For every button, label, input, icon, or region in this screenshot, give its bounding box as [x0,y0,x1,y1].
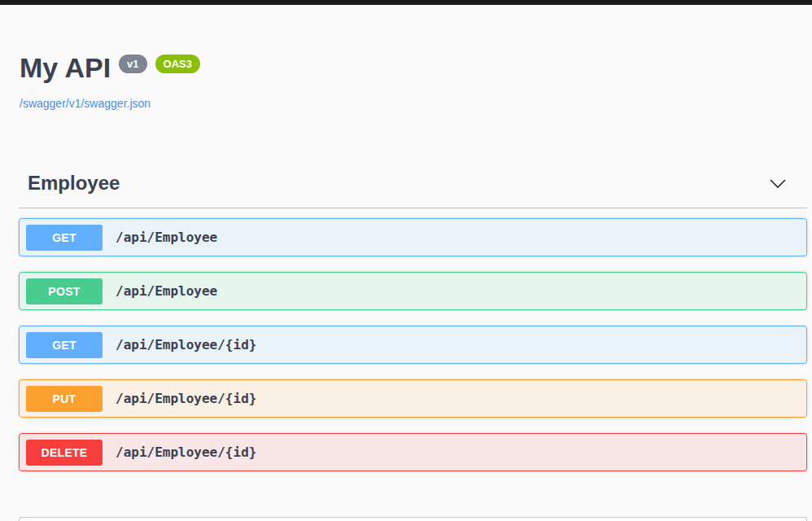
tag-section-employee: Employee GET /api/Employee POST /api/Emp… [19,159,807,471]
operation-row-put-employee-id[interactable]: PUT /api/Employee/{id} [19,379,807,418]
method-badge-post[interactable]: POST [26,278,103,304]
method-badge-get[interactable]: GET [26,225,103,251]
method-badge-get[interactable]: GET [26,332,103,358]
tag-section-header[interactable]: Employee [19,159,807,208]
method-badge-delete[interactable]: DELETE [26,440,103,466]
method-badge-put[interactable]: PUT [26,386,103,412]
operation-path: /api/Employee/{id} [116,337,256,352]
chevron-down-icon[interactable] [768,173,788,193]
operation-row-get-employee-id[interactable]: GET /api/Employee/{id} [19,326,807,364]
oas-badge: OAS3 [155,55,200,73]
operation-path: /api/Employee [116,230,217,245]
version-badge: v1 [119,55,146,73]
operation-path: /api/Employee/{id} [116,391,256,406]
schemas-panel[interactable] [19,517,807,521]
tag-title: Employee [28,172,120,195]
operation-row-post-employee[interactable]: POST /api/Employee [19,272,807,310]
spec-link[interactable]: /swagger/v1/swagger.json [20,97,151,110]
operations-list: GET /api/Employee POST /api/Employee GET… [19,218,807,471]
operation-row-delete-employee-id[interactable]: DELETE /api/Employee/{id} [19,433,807,471]
api-info: My API v1 OAS3 /swagger/v1/swagger.json [20,52,792,111]
operation-path: /api/Employee/{id} [116,444,256,460]
operation-path: /api/Employee [116,283,217,299]
page-title: My API [20,52,111,83]
topbar [0,0,812,5]
operation-row-get-employee[interactable]: GET /api/Employee [19,218,807,256]
